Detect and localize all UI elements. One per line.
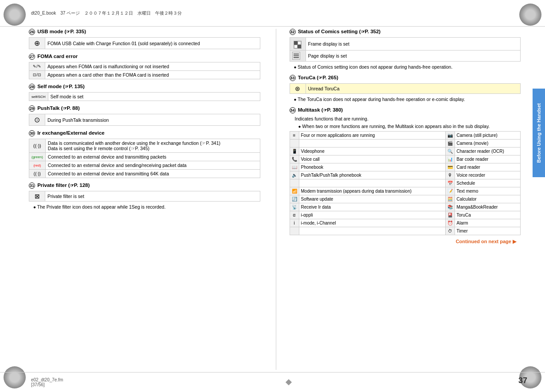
section-34-heading: 34 Multitask (☞P. 380) — [290, 107, 521, 113]
label-cell: Camera (still picture) — [455, 131, 520, 139]
icon-cell: ⏰ — [445, 219, 455, 227]
icon-cell: 📚 — [445, 203, 455, 211]
section-30-heading: 30 Ir exchange/External device — [29, 130, 260, 136]
header-bar: dt20_E.book 37 ページ ２００７年１２月１２日 水曜日 午後２時３… — [0, 0, 545, 27]
desc-cell: Private filter is set — [45, 191, 260, 202]
table-row: 🔄 Software update 🧮 Calculator — [290, 195, 521, 203]
table-row: ⊛ Unread ToruCa — [290, 84, 521, 94]
section-31-heading: 31 Private filter (☞P. 128) — [29, 182, 260, 189]
table-row: 📡 Receive Ir data 📚 Manga&BookReader — [290, 203, 521, 211]
table-row: 📱 Videophone 🔍 Character reader (OCR) — [290, 147, 521, 155]
icon-cell: i — [290, 219, 299, 227]
table-row: ⊙ During PushTalk transmission — [29, 114, 260, 126]
icon-cell: 📶 — [290, 187, 299, 195]
label-cell: i-mode, i-Channel — [299, 219, 445, 227]
icon-cell: 🎙 — [445, 171, 455, 179]
label-cell: Card reader — [455, 163, 520, 171]
column-divider — [276, 29, 276, 370]
table-row: ((·)) Connected to an external device an… — [29, 170, 260, 178]
section-32-heading: 32 Status of Comics setting (☞P. 352) — [290, 29, 521, 35]
label-cell: Voice call — [299, 155, 445, 163]
section-28-table: self/SCH Self mode is set — [29, 92, 260, 101]
section-26-heading: 26 USB mode (☞P. 335) — [29, 29, 260, 35]
icon-cell — [290, 50, 306, 62]
table-row: ⊠ Private filter is set — [29, 191, 260, 202]
icon-cell: ≡ — [290, 131, 299, 139]
desc-cell: Appears when FOMA card is malfunctioning… — [45, 62, 260, 71]
label-cell — [299, 227, 445, 235]
label-cell: Voice recorder — [455, 171, 520, 179]
section-31-bullet: The Private filter icon does not appear … — [33, 204, 260, 210]
icon-cell: ⊡/⊡ — [29, 71, 45, 79]
section-26-table: ⊕ FOMA USB Cable with Charge Function 01… — [29, 37, 260, 49]
section-33-heading: 33 ToruCa (☞P. 265) — [290, 75, 521, 81]
section-32-bullet: Status of Comics setting icon does not a… — [294, 64, 521, 70]
label-cell: Character reader (OCR) — [455, 147, 520, 155]
table-row: (green) Connected to an external device … — [29, 153, 260, 161]
label-cell: i-αppli — [299, 211, 445, 219]
icon-cell: 📱 — [290, 147, 299, 155]
icon-cell: 📖 — [290, 163, 299, 171]
desc-cell: Page display is set — [306, 50, 521, 62]
label-cell: Text memo — [455, 187, 520, 195]
icon-cell: (green) — [29, 153, 46, 161]
section-27-heading: 27 FOMA card error — [29, 54, 260, 60]
icon-cell: ✎/✎ — [29, 62, 45, 71]
table-row: ⊕ FOMA USB Cable with Charge Function 01… — [29, 38, 260, 49]
label-cell: Bar code reader — [455, 155, 520, 163]
icon-cell — [290, 179, 299, 187]
label-cell: Phonebook — [299, 163, 445, 171]
multitask-grid: ≡ Four or more applications are running … — [290, 131, 521, 235]
icon-cell: 📅 — [445, 179, 455, 187]
table-row: self/SCH Self mode is set — [29, 93, 260, 101]
footer-left: e02_dt20_7e.fm [37/56] — [31, 377, 63, 387]
desc-cell: During PushTalk transmission — [45, 114, 260, 126]
icon-cell — [290, 139, 299, 147]
left-column: 26 USB mode (☞P. 335) ⊕ FOMA USB Cable w… — [29, 29, 265, 370]
section-27-table: ✎/✎ Appears when FOMA card is malfunctio… — [29, 62, 260, 79]
table-row: 📞 Voice call 📊 Bar code reader — [290, 155, 521, 163]
desc-cell: FOMA USB Cable with Charge Function 01 (… — [45, 38, 260, 49]
table-row: ((·)) Data is communicated with another … — [29, 139, 260, 153]
footer-center — [286, 380, 291, 384]
table-row: 📅 Schedule — [290, 179, 521, 187]
label-cell — [299, 139, 445, 147]
desc-cell: Self mode is set — [48, 93, 260, 101]
label-cell: Videophone — [299, 147, 445, 155]
continued-text: Continued on next page ▶ — [290, 239, 521, 245]
label-cell: Manga&BookReader — [455, 203, 520, 211]
section-33-table: ⊛ Unread ToruCa — [290, 83, 521, 94]
section-31-table: ⊠ Private filter is set — [29, 191, 260, 202]
table-row: i i-mode, i-Channel ⏰ Alarm — [290, 219, 521, 227]
side-tab-label: Before Using the Handset — [536, 103, 542, 163]
footer-bar: e02_dt20_7e.fm [37/56] — [0, 372, 545, 392]
section-30-table: ((·)) Data is communicated with another … — [29, 139, 260, 178]
icon-cell: 💳 — [445, 163, 455, 171]
icon-cell: self/SCH — [29, 93, 48, 101]
label-cell: Receive Ir data — [299, 203, 445, 211]
table-row: 📶 Modem transmission (appears during dat… — [290, 187, 521, 195]
icon-cell: 🧮 — [445, 195, 455, 203]
label-cell: Camera (movie) — [455, 139, 520, 147]
label-cell: Calculator — [455, 195, 520, 203]
icon-cell: 🎬 — [445, 139, 455, 147]
label-cell: Four or more applications are running — [299, 131, 445, 139]
table-row: 🎬 Camera (movie) — [290, 139, 521, 147]
section-28-heading: 28 Self mode (☞P. 135) — [29, 84, 260, 90]
icon-cell — [290, 38, 306, 50]
page-number: 37 — [518, 376, 527, 385]
label-cell: Modem transmission (appears during data … — [299, 187, 445, 195]
section-32-table: Frame display is set Page display is set — [290, 37, 521, 62]
icon-cell: 📝 — [445, 187, 455, 195]
label-cell: ToruCa — [455, 211, 520, 219]
icon-cell: ⏱ — [445, 227, 455, 235]
section-29-heading: 29 PushTalk (☞P. 88) — [29, 105, 260, 112]
desc-cell: Connected to an external device and send… — [45, 161, 260, 170]
table-row: Frame display is set — [290, 38, 521, 50]
main-content: 26 USB mode (☞P. 335) ⊕ FOMA USB Cable w… — [29, 29, 521, 370]
icon-cell — [290, 227, 299, 235]
header-text: dt20_E.book 37 ページ ２００７年１２月１２日 水曜日 午後２時３… — [31, 10, 514, 16]
side-tab: Before Using the Handset — [533, 89, 545, 177]
label-cell: Schedule — [455, 179, 520, 187]
label-cell: Alarm — [455, 219, 520, 227]
